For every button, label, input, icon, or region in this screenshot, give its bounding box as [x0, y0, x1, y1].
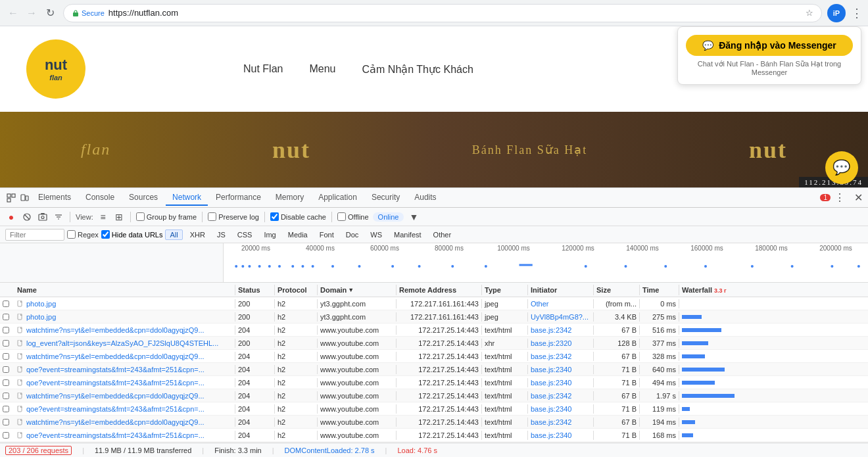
filter-icon-button[interactable] — [53, 211, 64, 223]
filter-ws[interactable]: WS — [366, 229, 387, 240]
messenger-float-icon[interactable]: 💬 — [825, 151, 858, 184]
row-checkbox[interactable] — [0, 353, 12, 360]
tab-application[interactable]: Application — [312, 190, 364, 206]
filter-all[interactable]: All — [165, 229, 182, 240]
tab-network[interactable]: Network — [166, 190, 208, 206]
group-by-frame-input[interactable] — [136, 212, 145, 221]
row-checkbox[interactable] — [0, 419, 12, 425]
col-header-type[interactable]: Type — [482, 285, 528, 295]
bookmark-icon[interactable]: ☆ — [806, 8, 813, 18]
disable-cache-input[interactable] — [270, 212, 279, 221]
online-badge[interactable]: Online — [373, 212, 404, 222]
row-waterfall — [679, 354, 868, 359]
forward-button[interactable]: → — [24, 5, 39, 21]
regex-checkbox[interactable]: Regex — [67, 230, 99, 239]
col-header-domain[interactable]: Domain ▼ — [318, 285, 397, 295]
filter-xhr[interactable]: XHR — [185, 229, 210, 240]
list-view-button[interactable]: ≡ — [97, 211, 109, 223]
row-checkbox[interactable] — [0, 379, 12, 386]
col-header-status[interactable]: Status — [235, 285, 275, 295]
tab-sources[interactable]: Sources — [122, 190, 164, 206]
col-header-remote[interactable]: Remote Address — [397, 285, 482, 295]
filter-media[interactable]: Media — [283, 229, 312, 240]
filter-input[interactable] — [5, 229, 64, 241]
devtools-close-icon[interactable]: ✕ — [854, 191, 863, 204]
tab-performance[interactable]: Performance — [209, 190, 268, 206]
profile-avatar[interactable]: iP — [827, 4, 846, 22]
table-row[interactable]: qoe?event=streamingstats&fmt=243&afmt=25… — [0, 363, 868, 376]
table-row[interactable]: photo.jpg 200 h2 yt3.ggpht.com 172.217.1… — [0, 297, 868, 310]
regex-input[interactable] — [67, 230, 76, 239]
table-row[interactable]: watchtime?ns=yt&el=embedded&cpn=ddol0agy… — [0, 350, 868, 363]
preserve-log-checkbox[interactable]: Preserve log — [208, 212, 259, 221]
tab-console[interactable]: Console — [79, 190, 121, 206]
reload-button[interactable]: ↻ — [42, 5, 58, 21]
table-row[interactable]: qoe?event=streamingstats&fmt=243&afmt=25… — [0, 402, 868, 416]
browser-menu-icon[interactable]: ⋮ — [851, 6, 863, 20]
filter-font[interactable]: Font — [315, 229, 339, 240]
col-header-time[interactable]: Time — [640, 285, 679, 295]
filter-js[interactable]: JS — [212, 229, 230, 240]
hide-data-input[interactable] — [101, 230, 110, 239]
record-button[interactable]: ● — [5, 211, 17, 223]
table-row[interactable]: watchtime?ns=yt&el=embedded&cpn=ddol0agy… — [0, 416, 868, 429]
tab-security[interactable]: Security — [365, 190, 406, 206]
devtools-more-icon[interactable]: ⋮ — [834, 191, 845, 204]
preserve-log-input[interactable] — [208, 212, 216, 221]
filter-doc[interactable]: Doc — [341, 229, 364, 240]
offline-checkbox[interactable]: Offline — [337, 212, 369, 221]
nav-item-1[interactable]: Nut Flan — [243, 63, 283, 76]
table-row[interactable]: log_event?alt=json&keys=AlzaSyAO_FJ2SlqU… — [0, 337, 868, 350]
network-table[interactable]: Name Status Protocol Domain ▼ Remote Add… — [0, 283, 868, 443]
online-dropdown-button[interactable]: ▼ — [408, 211, 420, 223]
address-bar[interactable]: Secure https://nutflan.com ☆ — [63, 4, 822, 22]
nav-item-2[interactable]: Menu — [309, 63, 335, 76]
filter-css[interactable]: CSS — [233, 229, 257, 240]
tab-audits[interactable]: Audits — [408, 190, 443, 206]
messenger-login-button[interactable]: 💬 Đăng nhập vào Messenger — [686, 35, 853, 56]
offline-input[interactable] — [337, 212, 346, 221]
row-checkbox[interactable] — [0, 366, 12, 373]
inspect-icon[interactable] — [5, 192, 17, 204]
tick-9: 180000 ms — [739, 245, 804, 252]
capture-screenshot-button[interactable] — [37, 211, 49, 223]
row-status: 204 — [235, 431, 275, 440]
filter-img[interactable]: Img — [259, 229, 280, 240]
row-checkbox[interactable] — [0, 314, 12, 320]
col-header-size[interactable]: Size — [594, 285, 640, 295]
row-waterfall — [679, 314, 868, 320]
table-row[interactable]: qoe?event=streamingstats&fmt=243&afmt=25… — [0, 429, 868, 442]
filter-manifest[interactable]: Manifest — [389, 229, 426, 240]
device-toolbar-icon[interactable] — [18, 192, 30, 204]
col-header-initiator[interactable]: Initiator — [528, 285, 594, 295]
row-initiator: base.js:2342 — [528, 418, 594, 427]
row-type: text/html — [482, 418, 528, 427]
table-row[interactable]: qoe?event=streamingstats&fmt=243&afmt=25… — [0, 376, 868, 389]
grid-view-button[interactable]: ⊞ — [113, 211, 125, 223]
group-by-frame-checkbox[interactable]: Group by frame — [136, 212, 197, 221]
disable-cache-checkbox[interactable]: Disable cache — [270, 212, 326, 221]
url-display: https://nutflan.com — [108, 8, 178, 18]
row-checkbox[interactable] — [0, 393, 12, 399]
row-name: watchtime?ns=yt&el=embedded&cpn=ddol0agy… — [12, 418, 235, 427]
tab-elements[interactable]: Elements — [32, 190, 78, 206]
table-row[interactable]: watchtime?ns=yt&el=embedded&cpn=ddol0agy… — [0, 389, 868, 402]
filter-other[interactable]: Other — [429, 229, 456, 240]
row-domain: www.youtube.com — [318, 365, 397, 374]
hide-data-urls-checkbox[interactable]: Hide data URLs — [101, 230, 163, 239]
clear-button[interactable] — [21, 211, 33, 223]
row-protocol: h2 — [275, 365, 318, 374]
nav-item-3[interactable]: Cảm Nhận Thực Khách — [362, 63, 473, 76]
row-checkbox[interactable] — [0, 340, 12, 347]
table-row[interactable]: watchtime?ns=yt&el=embedded&cpn=ddol0agy… — [0, 324, 868, 337]
row-checkbox[interactable] — [0, 432, 12, 439]
tab-memory[interactable]: Memory — [269, 190, 310, 206]
row-checkbox[interactable] — [0, 301, 12, 307]
row-initiator: Other — [528, 299, 594, 308]
col-header-protocol[interactable]: Protocol — [275, 285, 318, 295]
table-row[interactable]: photo.jpg 200 h2 yt3.ggpht.com 172.217.1… — [0, 310, 868, 324]
row-checkbox[interactable] — [0, 327, 12, 333]
back-button[interactable]: ← — [5, 5, 21, 21]
col-header-waterfall[interactable]: Waterfall 3.3 r — [679, 285, 868, 295]
row-checkbox[interactable] — [0, 406, 12, 412]
